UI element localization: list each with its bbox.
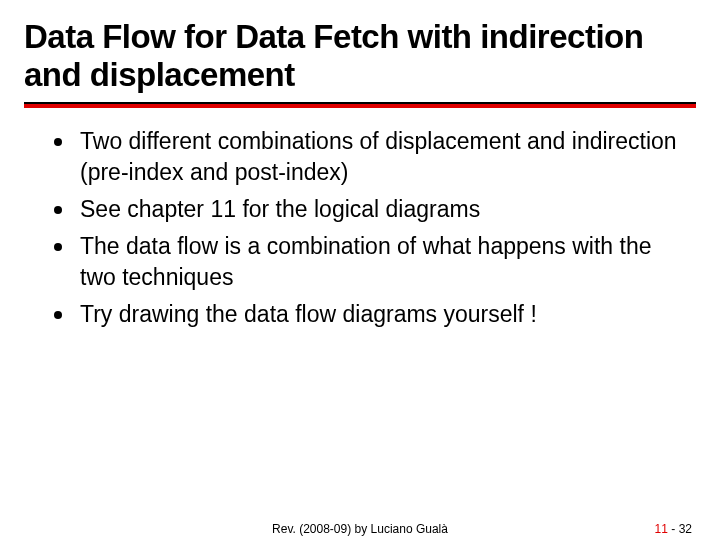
list-item: The data flow is a combination of what h… (54, 231, 686, 293)
list-item: Try drawing the data flow diagrams yours… (54, 299, 686, 330)
slide-title: Data Flow for Data Fetch with indirectio… (24, 18, 696, 94)
bullet-text: The data flow is a combination of what h… (80, 231, 686, 293)
footer-section-number: 11 (655, 522, 668, 536)
bullet-text: Two different combinations of displaceme… (80, 126, 686, 188)
footer-revision: Rev. (2008-09) by Luciano Gualà (272, 522, 448, 536)
slide: Data Flow for Data Fetch with indirectio… (0, 0, 720, 540)
bullet-icon (54, 206, 62, 214)
bullet-icon (54, 138, 62, 146)
bullet-text: See chapter 11 for the logical diagrams (80, 194, 480, 225)
footer-page-number: 32 (679, 522, 692, 536)
list-item: See chapter 11 for the logical diagrams (54, 194, 686, 225)
title-underline (24, 102, 696, 108)
footer-separator: - (668, 522, 679, 536)
bullet-text: Try drawing the data flow diagrams yours… (80, 299, 537, 330)
bullet-list: Two different combinations of displaceme… (24, 126, 696, 330)
list-item: Two different combinations of displaceme… (54, 126, 686, 188)
footer-page: 11 - 32 (655, 522, 692, 536)
bullet-icon (54, 311, 62, 319)
bullet-icon (54, 243, 62, 251)
